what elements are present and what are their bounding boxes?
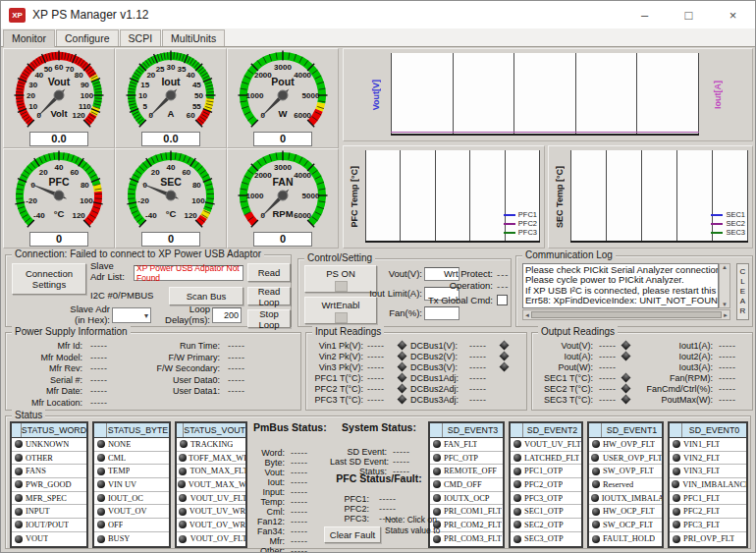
control-field-label: Vout(V): xyxy=(338,269,422,280)
minimize-button[interactable]: – xyxy=(622,1,667,28)
operation-label: Operation: xyxy=(434,281,493,292)
pmbus-value[interactable]: ----- xyxy=(291,546,308,553)
clear-fault-button[interactable]: Clear Fault xyxy=(324,526,381,543)
gauge-zone xyxy=(310,110,319,123)
vout-axis-label: Vout[V] xyxy=(369,49,383,140)
status-led xyxy=(513,468,521,475)
status-led xyxy=(592,521,600,528)
gridline-col xyxy=(401,150,435,241)
pmbus-value[interactable]: ----- xyxy=(291,526,308,536)
pfc-fault-value[interactable]: ----- xyxy=(379,504,397,514)
status-led xyxy=(179,494,187,502)
psu-value: ----- xyxy=(228,341,245,351)
status-led-cell xyxy=(12,508,25,516)
pmbus-value[interactable]: ----- xyxy=(291,468,308,477)
input-label: DCBus2Adj: xyxy=(410,384,465,394)
status-row: CML xyxy=(94,452,169,466)
scroll-up-icon[interactable]: ▲ xyxy=(722,264,728,270)
control-field-input[interactable] xyxy=(424,306,459,320)
system-value[interactable]: ----- xyxy=(393,457,410,467)
status-led-cell xyxy=(94,508,107,516)
svg-text:-20: -20 xyxy=(137,196,149,205)
tab-configure[interactable]: Configure xyxy=(56,29,119,46)
input-readings-title: Input Readings xyxy=(312,326,384,337)
psu-value: ----- xyxy=(228,386,245,396)
gauge-name-label: Pout xyxy=(271,76,295,87)
status-led-cell xyxy=(670,535,682,543)
status-flag-label: PFC1_FLT xyxy=(682,494,720,503)
log-horizontal-scrollbar[interactable]: ◄ ► xyxy=(522,309,730,320)
gauge-hub xyxy=(54,191,64,200)
pmbus-value[interactable]: ----- xyxy=(291,477,308,487)
status-row: VOUT_OV_WRN xyxy=(177,519,245,532)
status-table-header: SD_EVENT2 xyxy=(511,423,581,438)
status-row: SW_OVP_FLT xyxy=(589,465,662,478)
input-label: Vin3 Pk(V): xyxy=(308,362,363,372)
pmbus-value[interactable]: ----- xyxy=(291,507,308,517)
input-led xyxy=(398,373,407,383)
status-flag-label: VIN2_FLT xyxy=(682,454,720,463)
svg-text:50: 50 xyxy=(194,91,203,100)
gauge-unit-label: W xyxy=(279,108,288,119)
control-field-label: Iout Limit(A): xyxy=(338,289,422,300)
pmbus-value[interactable]: ----- xyxy=(291,458,308,468)
psu-label: Mfr Model: xyxy=(8,353,82,362)
svg-text:-40: -40 xyxy=(33,211,45,220)
status-flag-label: PRI_COM2_FLT xyxy=(443,521,502,529)
tab-scpi[interactable]: SCPI xyxy=(120,29,162,46)
status-flag-label: VIN3_FLT xyxy=(682,467,720,475)
pfc-fault-value[interactable]: ----- xyxy=(379,494,397,504)
legend-label: SEC2 xyxy=(726,219,745,228)
svg-text:1000: 1000 xyxy=(246,91,264,100)
tab-monitor[interactable]: Monitor xyxy=(3,29,55,47)
svg-text:40: 40 xyxy=(34,71,43,80)
close-button[interactable]: × xyxy=(711,1,755,28)
status-group-title: Status xyxy=(12,410,45,420)
system-value[interactable]: ----- xyxy=(393,447,410,457)
clear-log-button[interactable]: CLEAR xyxy=(736,263,749,320)
maximize-button[interactable]: □ xyxy=(667,1,711,28)
tx-global-cmd-checkbox[interactable] xyxy=(497,295,508,305)
connection-settings-button[interactable]: Connection Settings xyxy=(12,263,86,295)
tab-multiunits[interactable]: MultiUnits xyxy=(162,29,225,46)
status-table-status_vout: STATUS_VOUTTRACKINGTOFF_MAX_WRNTON_MAX_F… xyxy=(175,421,247,548)
status-led xyxy=(592,468,600,475)
stop-loop-button[interactable]: Stop Loop xyxy=(247,309,291,328)
status-flag-label: VOUT_UV_WRN xyxy=(189,507,245,516)
input-value: ----- xyxy=(367,384,385,394)
svg-text:3000: 3000 xyxy=(274,63,292,72)
adaptor-status-field[interactable]: XP Power USB Adpator Not Found xyxy=(134,265,243,281)
gridline-col xyxy=(677,150,713,241)
output-label: SEC3 T(°C): xyxy=(534,395,593,405)
gauge-fan: 0100020003000400050006000FANRPM0 xyxy=(227,148,339,249)
pmbus-value[interactable]: ----- xyxy=(291,497,308,507)
legend-line xyxy=(711,232,723,234)
scroll-down-icon[interactable]: ▼ xyxy=(722,302,728,307)
scroll-left-icon[interactable]: ◄ xyxy=(524,312,530,318)
pmbus-value[interactable]: ----- xyxy=(291,536,308,546)
status-led xyxy=(513,454,521,462)
log-vertical-scrollbar[interactable]: ▲ ▼ xyxy=(719,263,730,308)
status-row: INPUT xyxy=(12,505,86,519)
pmbus-value[interactable]: ----- xyxy=(291,517,308,526)
status-led-cell xyxy=(511,535,523,543)
scrollbar-thumb[interactable] xyxy=(531,311,722,318)
scroll-right-icon[interactable]: ► xyxy=(723,312,729,318)
gauge-iout: 051015202530354045505560IoutA0.0 xyxy=(115,48,227,148)
status-led xyxy=(673,535,680,543)
output-value: ----- xyxy=(719,352,736,361)
read-button[interactable]: Read xyxy=(247,263,291,282)
status-led xyxy=(433,440,441,448)
psu-value: ----- xyxy=(90,341,108,351)
loop-delay-field[interactable]: 200 xyxy=(212,307,242,323)
gauge-zone xyxy=(95,81,98,108)
sec-temp-axis-label: SEC Temp [°C] xyxy=(553,146,567,248)
status-row: OFF xyxy=(94,519,169,532)
pfc-status-fault-heading: PFC Status/Fault: xyxy=(330,472,428,484)
pmbus-value[interactable]: ----- xyxy=(291,448,308,458)
pmbus-value[interactable]: ----- xyxy=(291,487,308,497)
read-loop-button[interactable]: Read Loop xyxy=(247,287,291,305)
status-flag-label: PWR_GOOD xyxy=(25,480,72,489)
gauge-face-pout: 0100020003000400050006000PoutW xyxy=(228,49,338,132)
slave-adr-combo[interactable]: ▾ xyxy=(112,307,151,323)
